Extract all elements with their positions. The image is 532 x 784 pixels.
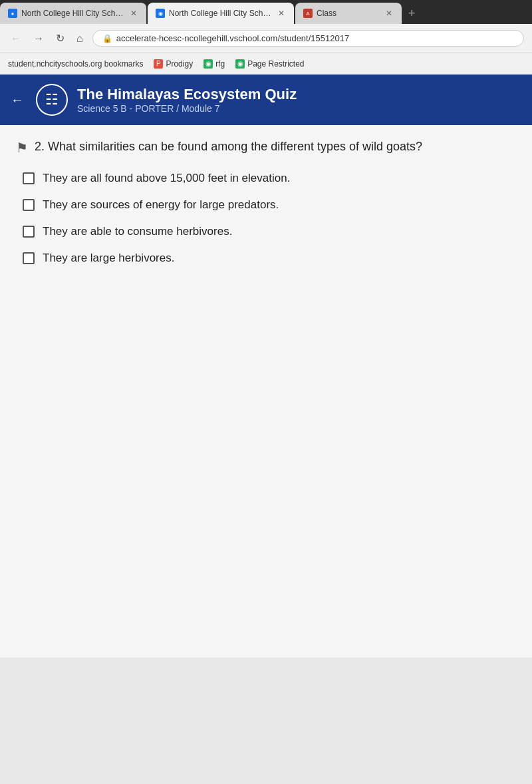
bookmark-page-restricted-label: Page Restricted bbox=[247, 59, 304, 69]
answer-text-1: They are all found above 15,000 feet in … bbox=[43, 172, 290, 185]
forward-button[interactable]: → bbox=[31, 31, 47, 46]
bookmark-rfg[interactable]: ◉ rfg bbox=[203, 59, 225, 69]
tab-bar: ● North College Hill City School D ✕ ◉ N… bbox=[0, 0, 532, 24]
bookmark-school-label: student.nchcityschools.org bookmarks bbox=[8, 59, 143, 69]
bookmark-prodigy[interactable]: P Prodigy bbox=[154, 59, 193, 69]
back-button[interactable]: ← bbox=[8, 31, 24, 46]
tab-2-favicon: ◉ bbox=[156, 9, 165, 18]
answer-options: They are all found above 15,000 feet in … bbox=[16, 172, 516, 265]
tab-1-title: North College Hill City School D bbox=[21, 9, 125, 18]
quiz-content: ⚑ 2. What similarities can be found amon… bbox=[0, 125, 532, 658]
question-number: 2 bbox=[35, 140, 41, 153]
quiz-header: ← ☷ The Himalayas Ecosystem Quiz Science… bbox=[0, 75, 532, 125]
quiz-title-block: The Himalayas Ecosystem Quiz Science 5 B… bbox=[77, 86, 297, 114]
tab-2[interactable]: ◉ North College Hill City School D ✕ bbox=[148, 3, 294, 24]
address-input[interactable]: 🔒 accelerate-hcesc-ncollegehill.vschool.… bbox=[92, 30, 524, 47]
prodigy-icon: P bbox=[154, 59, 163, 69]
answer-option-4[interactable]: They are large herbivores. bbox=[23, 252, 516, 265]
quiz-icon-symbol: ☷ bbox=[45, 91, 59, 108]
tab-3-title: Class bbox=[317, 9, 380, 18]
tab-1-favicon: ● bbox=[8, 9, 17, 18]
tab-1-close[interactable]: ✕ bbox=[129, 7, 138, 19]
rfg-icon: ◉ bbox=[203, 59, 213, 69]
tab-1[interactable]: ● North College Hill City School D ✕ bbox=[0, 3, 146, 24]
answer-option-2[interactable]: They are sources of energy for large pre… bbox=[23, 198, 516, 212]
answer-text-3: They are able to consume herbivores. bbox=[43, 225, 232, 238]
home-button[interactable]: ⌂ bbox=[74, 31, 86, 46]
page-restricted-icon: ◉ bbox=[235, 59, 245, 69]
new-tab-button[interactable]: + bbox=[403, 3, 421, 24]
lock-icon: 🔒 bbox=[102, 34, 112, 43]
checkbox-1[interactable] bbox=[23, 172, 35, 184]
refresh-button[interactable]: ↻ bbox=[53, 31, 67, 46]
answer-option-1[interactable]: They are all found above 15,000 feet in … bbox=[23, 172, 516, 185]
quiz-back-button[interactable]: ← bbox=[11, 93, 24, 108]
tab-3[interactable]: A Class ✕ bbox=[295, 3, 402, 24]
bookmarks-bar: student.nchcityschools.org bookmarks P P… bbox=[0, 53, 532, 75]
answer-option-3[interactable]: They are able to consume herbivores. bbox=[23, 225, 516, 238]
bookmark-school[interactable]: student.nchcityschools.org bookmarks bbox=[8, 59, 143, 69]
checkbox-4[interactable] bbox=[23, 252, 35, 264]
question-text: 2. What similarities can be found among … bbox=[35, 138, 422, 155]
bookmark-rfg-label: rfg bbox=[215, 59, 225, 69]
answer-text-2: They are sources of energy for large pre… bbox=[43, 198, 279, 212]
quiz-title: The Himalayas Ecosystem Quiz bbox=[77, 86, 297, 103]
tab-3-favicon: A bbox=[303, 9, 313, 18]
tab-3-close[interactable]: ✕ bbox=[384, 7, 394, 19]
checkbox-3[interactable] bbox=[23, 226, 35, 238]
bookmark-prodigy-label: Prodigy bbox=[166, 59, 193, 69]
tab-2-title: North College Hill City School D bbox=[169, 9, 273, 18]
browser-chrome: ● North College Hill City School D ✕ ◉ N… bbox=[0, 0, 532, 75]
question-flag-icon: ⚑ bbox=[16, 140, 28, 156]
checkbox-2[interactable] bbox=[23, 199, 35, 211]
address-bar: ← → ↻ ⌂ 🔒 accelerate-hcesc-ncollegehill.… bbox=[0, 24, 532, 53]
answer-text-4: They are large herbivores. bbox=[43, 252, 174, 265]
question-body: What similarities can be found among the… bbox=[48, 140, 422, 153]
quiz-icon: ☷ bbox=[36, 84, 68, 116]
bookmark-page-restricted[interactable]: ◉ Page Restricted bbox=[235, 59, 304, 69]
quiz-subtitle: Science 5 B - PORTER / Module 7 bbox=[77, 103, 297, 114]
address-text: accelerate-hcesc-ncollegehill.vschool.co… bbox=[116, 33, 350, 43]
content-background bbox=[0, 658, 532, 784]
tab-2-close[interactable]: ✕ bbox=[277, 7, 286, 19]
question-row: ⚑ 2. What similarities can be found amon… bbox=[16, 138, 516, 156]
